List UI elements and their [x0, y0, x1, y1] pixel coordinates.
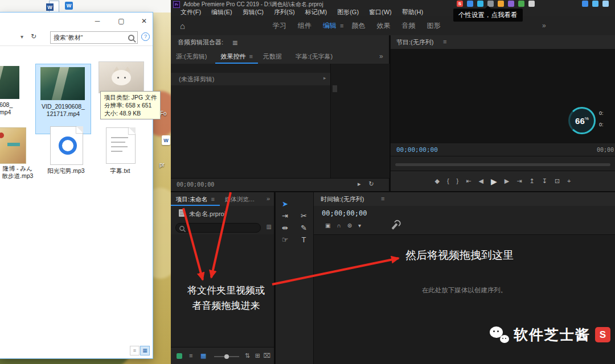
- source-overflow-icon[interactable]: »: [379, 52, 383, 60]
- transport-icon[interactable]: }: [457, 178, 459, 184]
- explorer-titlebar[interactable]: ─ ▢ ✕: [0, 13, 153, 28]
- help-icon[interactable]: ?: [141, 32, 150, 41]
- timeline-settings-wrench-icon[interactable]: [391, 223, 397, 230]
- transport-icon[interactable]: ↧: [542, 178, 547, 184]
- desktop-icon-label-fragment[interactable]: Fo: [160, 110, 167, 117]
- transport-icon[interactable]: ◆: [434, 178, 439, 184]
- file-item-video-selected[interactable]: VID_20190608_ 121717.mp4: [35, 64, 91, 134]
- program-timecode[interactable]: 00;00;00;00: [396, 146, 438, 154]
- workspace-tab[interactable]: 效果: [372, 16, 397, 35]
- transport-icon[interactable]: ▸: [358, 181, 361, 187]
- menu-item[interactable]: 剪辑(C): [237, 8, 269, 16]
- workspace-tab[interactable]: 颜色: [347, 16, 372, 35]
- panel-menu-icon[interactable]: ≡: [249, 49, 252, 63]
- timeline-toolbar-icon[interactable]: ▾: [358, 223, 361, 229]
- tab-media-browser[interactable]: 媒体浏览…: [220, 192, 260, 206]
- sort-icon[interactable]: ⇅: [245, 352, 250, 359]
- word-document-icon[interactable]: W: [49, 1, 59, 13]
- transport-icon[interactable]: ⊡: [555, 178, 560, 184]
- transport-icon[interactable]: ⇤: [466, 178, 471, 184]
- project-search-input[interactable]: [175, 223, 261, 233]
- timeline-timecode[interactable]: 00;00;00;00: [322, 209, 367, 217]
- tool-icon[interactable]: ✎: [301, 224, 307, 231]
- transport-icon[interactable]: ▶: [491, 177, 497, 185]
- menu-item[interactable]: 标记(M): [300, 8, 333, 16]
- ime-toolbar-icon[interactable]: [518, 1, 524, 7]
- menu-item[interactable]: 序列(S): [269, 8, 300, 16]
- tab-timeline[interactable]: 时间轴:(无序列): [321, 195, 364, 204]
- program-scrollbar[interactable]: [395, 163, 610, 166]
- timeline-toolbar-icon[interactable]: ⊛: [347, 223, 352, 229]
- home-icon[interactable]: ⌂: [180, 21, 185, 31]
- list-view-toggle[interactable]: ≡: [130, 346, 140, 355]
- panel-menu-icon[interactable]: ≡: [381, 195, 384, 202]
- ime-toolbar-icon[interactable]: S: [457, 1, 463, 7]
- explorer-search-input[interactable]: [51, 32, 123, 44]
- transport-icon[interactable]: {: [447, 178, 449, 184]
- desktop-word-shortcut-icon[interactable]: W: [162, 135, 170, 145]
- word-shortcut-icon[interactable]: W: [65, 2, 73, 10]
- transport-icon[interactable]: +: [567, 178, 571, 184]
- source-panel-tab[interactable]: 源:(无剪辑): [171, 49, 215, 64]
- file-thumbnail-partial-music[interactable]: [0, 127, 26, 164]
- zoom-slider-knob[interactable]: [224, 354, 229, 359]
- workspace-tab[interactable]: 编辑≡: [319, 16, 347, 35]
- tab-project[interactable]: 项目:未命名≡: [171, 192, 220, 206]
- tool-icon[interactable]: ➤: [282, 200, 288, 208]
- tool-icon[interactable]: ☞: [282, 236, 289, 243]
- file-icon-mp3[interactable]: [50, 126, 83, 165]
- workspace-tab[interactable]: 学习: [269, 16, 294, 35]
- menu-item[interactable]: 窗口(W): [364, 8, 397, 16]
- premiere-titlebar[interactable]: Pr Adobe Premiere Pro CC 2019 - D:\调色站\未…: [171, 0, 615, 8]
- workspace-overflow-icon[interactable]: »: [542, 22, 546, 30]
- panel-menu-icon[interactable]: ≡: [211, 192, 214, 206]
- timeline-toolbar-icon[interactable]: ▣: [325, 223, 330, 229]
- audio-mixer-header[interactable]: 音频剪辑混合器: ≡: [171, 35, 389, 49]
- menu-item[interactable]: 帮助(H): [397, 8, 428, 16]
- desktop-icon-label-fragment2[interactable]: pr: [159, 162, 165, 168]
- minimize-button[interactable]: ─: [91, 16, 104, 26]
- delete-icon[interactable]: ⌧: [263, 352, 270, 359]
- ime-toolbar-icon[interactable]: [477, 1, 483, 7]
- new-bin-icon[interactable]: ⊞: [255, 352, 260, 359]
- icon-view-icon[interactable]: ▦: [200, 352, 206, 359]
- panel-menu-icon[interactable]: ≡: [443, 38, 446, 45]
- workspace-tab[interactable]: 组件: [294, 16, 319, 35]
- transport-icon[interactable]: ↻: [369, 181, 374, 187]
- program-header[interactable]: 节目:(无序列) ≡: [391, 35, 615, 49]
- ime-toolbar-icon[interactable]: [467, 1, 473, 7]
- tool-icon[interactable]: ⇹: [282, 224, 288, 231]
- source-panel-tab[interactable]: 效果控件≡: [215, 49, 257, 64]
- transport-icon[interactable]: ↥: [529, 178, 534, 184]
- list-view-icon[interactable]: ≡: [189, 352, 192, 359]
- source-panel-tab[interactable]: 字幕:(无字幕): [290, 49, 341, 64]
- maximize-button[interactable]: ▢: [115, 16, 128, 26]
- tool-icon[interactable]: ⇥: [282, 212, 288, 220]
- file-thumbnail-cat-jpg[interactable]: [99, 61, 144, 93]
- tool-icon[interactable]: ✂: [301, 212, 307, 220]
- list-options-icon[interactable]: ▥: [266, 224, 272, 230]
- workspace-menu-icon[interactable]: ≡: [340, 16, 343, 35]
- ime-toolbar-icon[interactable]: [508, 1, 514, 7]
- workspace-tab[interactable]: 音频: [397, 16, 423, 35]
- thumbnail-view-toggle[interactable]: ▦: [140, 346, 150, 355]
- transport-icon[interactable]: ◀: [479, 178, 483, 184]
- menu-item[interactable]: 图形(G): [332, 8, 364, 16]
- menu-item[interactable]: 文件(F): [175, 8, 206, 16]
- ime-toolbar-icon[interactable]: [498, 1, 504, 7]
- transport-icon[interactable]: ▶: [505, 178, 509, 184]
- workspace-tab[interactable]: 图形: [423, 16, 448, 35]
- project-writable-icon[interactable]: [177, 353, 182, 359]
- refresh-icon[interactable]: ↻: [31, 32, 36, 40]
- panel-menu-icon[interactable]: ≡: [232, 38, 237, 48]
- project-item-row[interactable]: 未命名.prproj: [171, 206, 274, 221]
- close-button[interactable]: ✕: [138, 16, 150, 26]
- tool-icon[interactable]: T: [302, 236, 306, 243]
- source-panel-tab[interactable]: 元数据: [258, 49, 290, 64]
- file-thumbnail-partial-video[interactable]: [0, 66, 19, 99]
- menu-item[interactable]: 编辑(E): [206, 8, 237, 16]
- ime-toolbar-icon[interactable]: [602, 1, 609, 7]
- timeline-toolbar-icon[interactable]: ∩: [337, 223, 341, 229]
- search-icon[interactable]: [128, 35, 134, 41]
- file-thumbnail-video[interactable]: [40, 67, 85, 100]
